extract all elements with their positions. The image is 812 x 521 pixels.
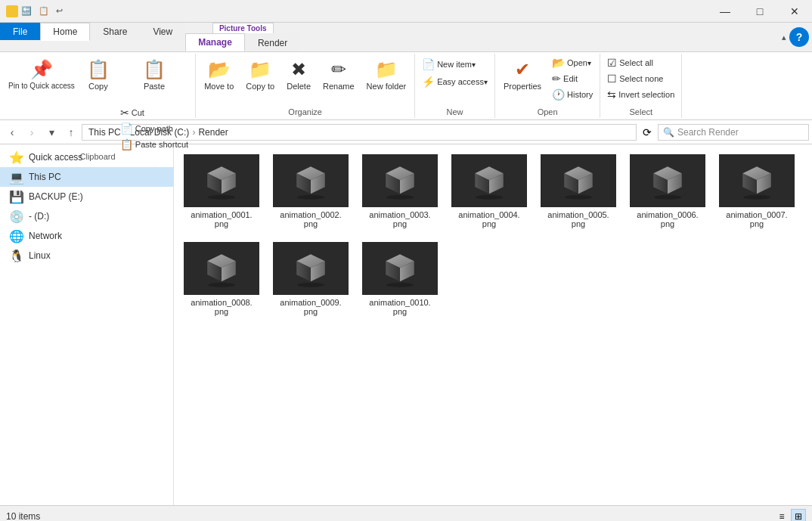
copy-path-button[interactable]: 📄 Copy path (116, 121, 192, 136)
d-drive-icon: 💿 (9, 209, 24, 224)
file-name-5: animation_0005.png (547, 210, 609, 228)
easy-access-icon: ⚡ (422, 76, 435, 88)
new-item-icon: 📄 (422, 58, 435, 70)
sidebar-label-network: Network (29, 231, 62, 241)
select-none-icon: ☐ (607, 73, 617, 85)
file-thumbnail-9 (273, 242, 349, 295)
maximize-button[interactable]: □ (742, 0, 777, 23)
file-name-6: animation_0006.png (637, 210, 698, 228)
new-content: 📄 New item ▾ ⚡ Easy access ▾ (418, 55, 491, 107)
copy-to-icon: 📁 (249, 59, 271, 80)
sidebar-label-linux: Linux (29, 250, 51, 261)
properties-button[interactable]: ✔ Properties (498, 55, 547, 104)
file-item-4[interactable]: animation_0004.png (448, 150, 531, 232)
svg-point-23 (654, 195, 681, 200)
this-pc-icon: 💻 (9, 170, 24, 185)
tab-home[interactable]: Home (40, 23, 90, 41)
cut-button[interactable]: ✂ Cut (116, 105, 192, 120)
paste-button[interactable]: 📋 Paste (116, 55, 192, 104)
pin-quick-access-button[interactable]: 📌 Pin to Quick access (3, 55, 80, 104)
select-all-button[interactable]: ☑ Select all (603, 55, 678, 70)
ribbon-group-organize: 📂 Move to 📁 Copy to ✖ Delete ✏ Rename 📁 … (196, 54, 415, 118)
file-thumbnail-4 (451, 154, 527, 207)
rename-button[interactable]: ✏ Rename (318, 55, 360, 104)
invert-icon: ⇆ (607, 88, 616, 101)
file-area: animation_0001.png animation_0002.png (174, 144, 812, 505)
file-name-8: animation_0008.png (191, 298, 252, 316)
title-bar-buttons: — □ ✕ (708, 0, 812, 23)
history-icon: 🕐 (552, 88, 565, 101)
list-view-icon: ≡ (779, 511, 784, 522)
sidebar-item-network[interactable]: 🌐 Network (0, 226, 173, 246)
copy-button[interactable]: 📋 Copy (82, 55, 115, 104)
refresh-button[interactable]: ⟳ (638, 123, 656, 141)
sidebar-item-linux[interactable]: 🐧 Linux (0, 246, 173, 265)
history-button[interactable]: 🕐 History (548, 87, 597, 102)
delete-button[interactable]: ✖ Delete (281, 55, 316, 104)
tab-view[interactable]: View (140, 23, 185, 40)
list-view-button[interactable]: ≡ (774, 509, 789, 522)
svg-point-7 (297, 195, 324, 200)
file-item-7[interactable]: animation_0007.png (715, 150, 798, 232)
rename-icon: ✏ (331, 59, 346, 80)
open-icon: 📂 (552, 57, 565, 69)
linux-icon: 🐧 (9, 249, 24, 263)
move-to-button[interactable]: 📂 Move to (199, 55, 239, 104)
file-item-10[interactable]: animation_0010.png (358, 238, 442, 320)
tab-manage[interactable]: Manage (185, 33, 245, 51)
delete-icon: ✖ (291, 59, 306, 80)
file-item-9[interactable]: animation_0009.png (269, 238, 352, 320)
open-button[interactable]: 📂 Open ▾ (548, 55, 597, 70)
sidebar-item-backup[interactable]: 💾 BACKUP (E:) (0, 187, 173, 206)
file-item-8[interactable]: animation_0008.png (180, 238, 263, 320)
main-layout: ⭐ Quick access 💻 This PC 💾 BACKUP (E:) 💿… (0, 144, 812, 505)
quick-access-icons: 🔙 📋 ↩ (21, 6, 63, 16)
file-item-2[interactable]: animation_0002.png (269, 150, 352, 232)
copy-to-button[interactable]: 📁 Copy to (240, 55, 280, 104)
file-item-6[interactable]: animation_0006.png (626, 150, 709, 232)
tab-share[interactable]: Share (90, 23, 140, 40)
collapse-ribbon-button[interactable]: ▴ (779, 29, 789, 45)
edit-button[interactable]: ✏ Edit (548, 71, 597, 86)
tab-render[interactable]: Render (245, 33, 300, 51)
invert-selection-button[interactable]: ⇆ Invert selection (603, 87, 678, 102)
svg-point-39 (386, 283, 414, 287)
ribbon-controls-right: ▴ ? (779, 23, 812, 51)
search-box[interactable]: 🔍 Search Render (658, 124, 809, 141)
clipboard-content: 📌 Pin to Quick access 📋 Copy 📋 Paste ✂ C… (3, 55, 192, 152)
select-content: ☑ Select all ☐ Select none ⇆ Invert sele… (603, 55, 678, 107)
sidebar-item-this-pc[interactable]: 💻 This PC (0, 167, 173, 187)
new-item-button[interactable]: 📄 New item ▾ (418, 55, 491, 73)
help-button[interactable]: ? (789, 27, 809, 47)
svg-point-31 (208, 283, 235, 287)
file-item-1[interactable]: animation_0001.png (180, 150, 263, 232)
new-folder-button[interactable]: 📁 New folder (361, 55, 412, 104)
properties-icon: ✔ (515, 59, 530, 80)
sidebar-item-d-drive[interactable]: 💿 - (D:) (0, 206, 173, 226)
ribbon-group-clipboard: 📌 Pin to Quick access 📋 Copy 📋 Paste ✂ C… (0, 54, 196, 118)
ribbon-group-select: ☑ Select all ☐ Select none ⇆ Invert sele… (600, 54, 682, 118)
move-to-icon: 📂 (208, 59, 231, 80)
sidebar-label-this-pc: This PC (29, 172, 61, 182)
file-thumbnail-5 (541, 154, 616, 207)
file-thumbnail-1 (184, 154, 259, 207)
svg-point-19 (565, 195, 592, 200)
ribbon-group-new: 📄 New item ▾ ⚡ Easy access ▾ New (415, 54, 495, 118)
file-item-3[interactable]: animation_0003.png (358, 150, 442, 232)
network-icon: 🌐 (9, 229, 24, 243)
easy-access-button[interactable]: ⚡ Easy access ▾ (418, 74, 491, 89)
ribbon-group-open: ✔ Properties 📂 Open ▾ ✏ Edit 🕐 History (495, 54, 600, 118)
manage-group-label: Picture Tools (212, 23, 274, 33)
file-item-5[interactable]: animation_0005.png (537, 150, 620, 232)
pin-icon: 📌 (30, 59, 53, 80)
paste-shortcut-button[interactable]: 📋 Paste shortcut (116, 137, 192, 152)
path-render[interactable]: Render (198, 127, 228, 138)
select-none-button[interactable]: ☐ Select none (603, 71, 678, 86)
grid-view-button[interactable]: ⊞ (791, 509, 806, 522)
tab-file[interactable]: File (0, 23, 40, 40)
close-button[interactable]: ✕ (777, 0, 812, 23)
new-col: 📄 New item ▾ ⚡ Easy access ▾ (418, 55, 491, 89)
minimize-button[interactable]: — (708, 0, 742, 23)
picture-tools-tabs: Manage Render (185, 33, 300, 51)
file-thumbnail-3 (362, 154, 438, 207)
